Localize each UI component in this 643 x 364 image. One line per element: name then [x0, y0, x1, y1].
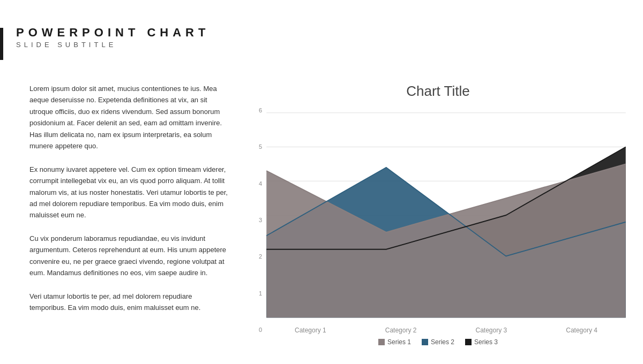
- chart-wrapper: 6543210 Category 1Category 2Category 3Ca…: [249, 106, 627, 334]
- chart-legend: Series 1Series 2Series 3: [249, 338, 627, 348]
- svg-marker-9: [266, 164, 626, 317]
- paragraph-3: Cu vix ponderum laboramus repudiandae, e…: [29, 233, 228, 279]
- legend-swatch: [465, 339, 472, 345]
- paragraph-4: Veri utamur lobortis te per, ad mel dolo…: [29, 291, 228, 314]
- chart-column: Chart Title 6543210 Category 1Category 2…: [249, 83, 627, 348]
- content-area: Lorem ipsum dolor sit amet, mucius conte…: [29, 83, 627, 348]
- paragraph-1: Lorem ipsum dolor sit amet, mucius conte…: [29, 83, 228, 152]
- y-axis-label: 0: [259, 327, 262, 333]
- legend-label: Series 3: [474, 338, 498, 346]
- legend-item: Series 1: [378, 338, 411, 346]
- y-axis-label: 4: [259, 180, 262, 187]
- slide-title: POWERPOINT CHART: [16, 26, 210, 40]
- chart-svg: [265, 106, 627, 324]
- text-column: Lorem ipsum dolor sit amet, mucius conte…: [29, 83, 228, 348]
- legend-item: Series 3: [465, 338, 498, 346]
- chart-area: [265, 106, 627, 324]
- slide-header: POWERPOINT CHART SLIDE SUBTITLE: [16, 26, 210, 49]
- legend-swatch: [378, 339, 385, 345]
- x-axis-label: Category 4: [536, 327, 627, 334]
- x-axis-labels: Category 1Category 2Category 3Category 4: [265, 324, 627, 334]
- y-axis-label: 3: [259, 217, 262, 223]
- y-axis-label: 1: [259, 290, 262, 297]
- legend-swatch: [422, 339, 428, 345]
- chart-title: Chart Title: [249, 83, 627, 100]
- x-axis-label: Category 2: [356, 327, 446, 334]
- paragraph-2: Ex nonumy iuvaret appetere vel. Cum ex o…: [29, 164, 228, 221]
- slide-subtitle: SLIDE SUBTITLE: [16, 41, 210, 49]
- legend-item: Series 2: [422, 338, 454, 346]
- x-axis-label: Category 1: [265, 327, 356, 334]
- y-axis-label: 6: [259, 107, 262, 113]
- y-axis: 6543210: [249, 106, 265, 334]
- y-axis-label: 5: [259, 143, 262, 150]
- y-axis-label: 2: [259, 253, 262, 260]
- legend-label: Series 1: [387, 338, 411, 346]
- x-axis-label: Category 3: [446, 327, 537, 334]
- legend-label: Series 2: [431, 338, 454, 346]
- accent-bar: [0, 28, 3, 60]
